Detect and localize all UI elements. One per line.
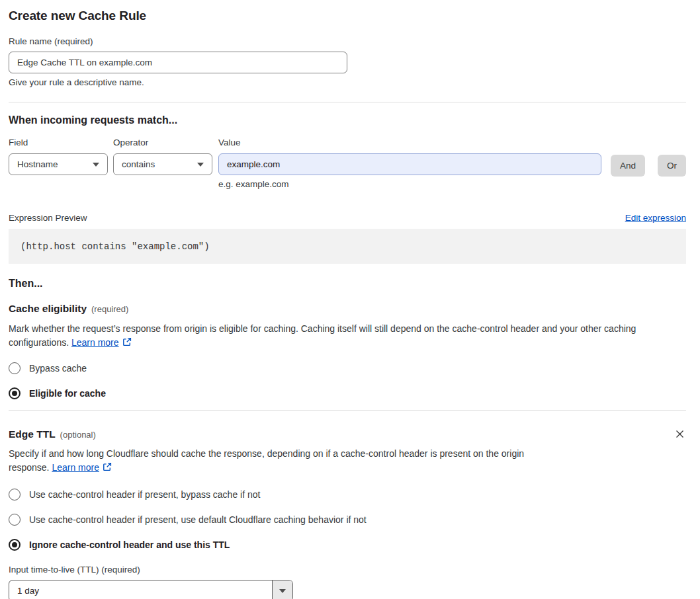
page-title: Create new Cache Rule xyxy=(9,9,686,23)
chevron-down-icon xyxy=(197,163,204,167)
radio-ignore-header-use-ttl[interactable]: Ignore cache-control header and use this… xyxy=(9,539,686,551)
ttl-select-dropdown-button[interactable] xyxy=(272,580,292,599)
radio-label: Bypass cache xyxy=(29,363,87,374)
edge-ttl-description: Specify if and how long Cloudflare shoul… xyxy=(9,447,559,475)
ttl-select[interactable]: 1 day xyxy=(9,580,293,599)
radio-bypass-cache[interactable]: Bypass cache xyxy=(9,362,686,374)
operator-column: Operator contains xyxy=(113,138,212,175)
operator-select-value: contains xyxy=(122,159,155,169)
cache-eligibility-description: Mark whether the request’s response from… xyxy=(9,322,678,350)
or-button[interactable]: Or xyxy=(658,155,686,177)
field-select-value: Hostname xyxy=(17,159,58,169)
expression-code: (http.host contains "example.com") xyxy=(9,229,686,264)
edit-expression-link[interactable]: Edit expression xyxy=(625,213,686,223)
section-divider xyxy=(9,102,686,102)
close-icon xyxy=(675,429,685,439)
create-cache-rule-form: Create new Cache Rule Rule name (require… xyxy=(0,0,700,599)
chevron-down-icon xyxy=(93,163,99,167)
radio-checked-icon[interactable] xyxy=(9,539,21,551)
then-heading: Then... xyxy=(9,278,686,290)
value-helper: e.g. example.com xyxy=(218,179,601,189)
field-select[interactable]: Hostname xyxy=(9,153,108,175)
edge-ttl-heading: Edge TTL xyxy=(9,428,56,440)
field-label: Field xyxy=(9,138,108,147)
radio-label: Use cache-control header if present, byp… xyxy=(29,489,260,500)
radio-label: Use cache-control header if present, use… xyxy=(29,514,367,525)
value-column: Value e.g. example.com xyxy=(218,138,601,189)
section-divider xyxy=(9,410,686,411)
match-condition-row: Field Hostname Operator contains Value e… xyxy=(9,138,686,189)
radio-icon[interactable] xyxy=(9,514,21,526)
operator-select[interactable]: contains xyxy=(113,153,212,175)
external-link-icon xyxy=(103,462,112,471)
radio-use-header-bypass[interactable]: Use cache-control header if present, byp… xyxy=(9,489,686,500)
cache-eligibility-requirement: (required) xyxy=(91,304,128,314)
cache-eligibility-header: Cache eligibility(required) xyxy=(9,303,686,315)
external-link-icon xyxy=(122,337,132,346)
edge-ttl-requirement: (optional) xyxy=(60,430,96,440)
operator-label: Operator xyxy=(113,138,212,147)
rule-name-label: Rule name (required) xyxy=(9,36,686,46)
radio-label: Ignore cache-control header and use this… xyxy=(29,539,230,550)
chevron-down-icon xyxy=(279,589,286,593)
value-label: Value xyxy=(218,138,601,147)
expression-preview-label: Expression Preview xyxy=(9,213,87,223)
close-edge-ttl-button[interactable] xyxy=(674,428,686,440)
rule-name-input[interactable] xyxy=(9,52,347,73)
rule-name-helper: Give your rule a descriptive name. xyxy=(9,77,686,87)
radio-eligible-for-cache[interactable]: Eligible for cache xyxy=(9,387,686,399)
match-heading: When incoming requests match... xyxy=(9,114,686,126)
and-button[interactable]: And xyxy=(611,155,645,177)
expression-preview-row: Expression Preview Edit expression xyxy=(9,213,686,223)
radio-icon[interactable] xyxy=(9,489,21,500)
value-input[interactable] xyxy=(218,153,601,175)
cache-eligibility-learn-more-link[interactable]: Learn more xyxy=(71,337,119,348)
ttl-select-value: 1 day xyxy=(9,580,272,599)
radio-label: Eligible for cache xyxy=(29,388,106,399)
radio-checked-icon[interactable] xyxy=(9,387,21,399)
field-column: Field Hostname xyxy=(9,138,108,175)
cache-eligibility-heading: Cache eligibility xyxy=(9,303,87,314)
ttl-input-label: Input time-to-live (TTL) (required) xyxy=(9,565,686,575)
radio-icon[interactable] xyxy=(9,362,21,374)
edge-ttl-learn-more-link[interactable]: Learn more xyxy=(52,462,99,473)
radio-use-header-default[interactable]: Use cache-control header if present, use… xyxy=(9,514,686,526)
edge-ttl-header: Edge TTL(optional) xyxy=(9,428,686,440)
